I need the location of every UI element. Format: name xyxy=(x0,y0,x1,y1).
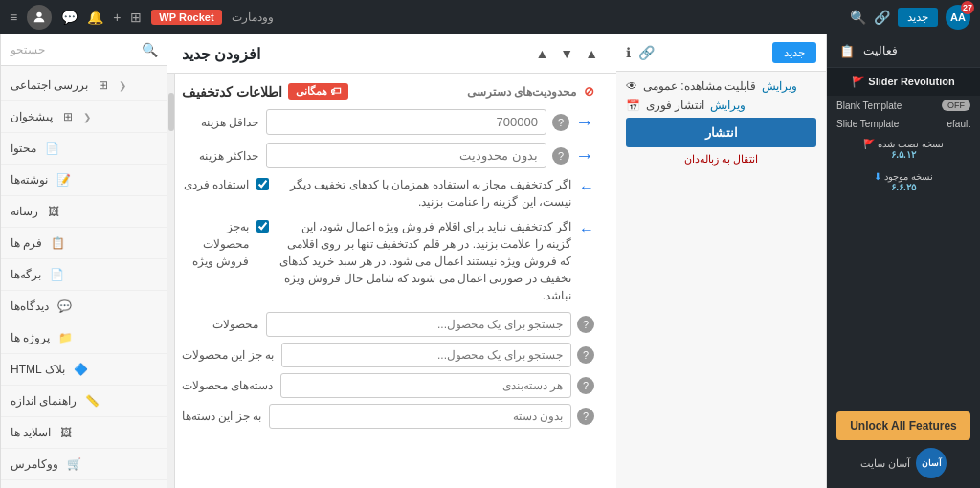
except-categories-input[interactable] xyxy=(269,404,571,429)
asan-logo: آسان xyxy=(916,448,947,478)
eye-icon: 👁 xyxy=(626,79,637,93)
menu-icon[interactable]: ≡ xyxy=(10,10,17,25)
main-header: ▲ ▼ ▲ افزودن جدید xyxy=(167,34,616,74)
move-arrows: ▲ ▼ ▲ xyxy=(531,44,602,63)
admin-bar-right: وودمارت WP Rocket ⊞ + 🔔 💬 ≡ xyxy=(10,5,274,30)
min-cost-input-group: → ? xyxy=(266,109,594,135)
categories-input[interactable] xyxy=(280,373,571,398)
calendar-icon: 📅 xyxy=(626,99,640,112)
right-item-sliders[interactable]: 🖼 اسلاید ها xyxy=(1,417,167,449)
main-layout: فعالیت 📋 Slider Revolution 🚩 OFF Blank T… xyxy=(0,34,980,488)
post-controls-panel: جدید 🔗 ℹ ویرایش قابلیت مشاهده: عمومی 👁 و… xyxy=(616,34,827,488)
toggle-off[interactable]: OFF xyxy=(942,100,970,111)
help-icon-products[interactable]: ? xyxy=(577,316,594,333)
products-row: ? محصولات xyxy=(182,312,594,337)
except-cats-search-group: ? xyxy=(269,404,594,429)
right-item-forms[interactable]: 📋 فرم ها xyxy=(1,228,167,259)
icon-content: 📄 xyxy=(44,141,59,156)
section-badge: 🏷 همگانی xyxy=(288,83,348,100)
quick-publish-edit-link[interactable]: ویرایش xyxy=(710,99,746,112)
exclude-sale-row: ← اگر کدتخفیف نباید برای اقلام فروش ویژه… xyxy=(182,218,594,304)
user-avatar[interactable] xyxy=(27,5,52,30)
max-cost-row: → ? حداکثر هزینه xyxy=(182,143,594,168)
right-item-media[interactable]: 🖼 رسانه xyxy=(1,196,167,228)
visibility-edit-link[interactable]: ویرایش xyxy=(762,79,797,93)
link-icon[interactable]: 🔗 xyxy=(874,10,890,25)
icon-pages: 📄 xyxy=(49,267,64,282)
icon-forms: 📋 xyxy=(50,235,65,251)
max-cost-input[interactable] xyxy=(266,143,546,168)
icon-projects: 📁 xyxy=(57,330,73,345)
search-icon[interactable]: 🔍 xyxy=(850,10,866,25)
dashboard-icon[interactable]: ⊞ xyxy=(130,10,142,25)
limitations-icon: ⊘ xyxy=(584,84,594,99)
move-up2-btn[interactable]: ▲ xyxy=(531,44,552,63)
arrow-indicator-1: → xyxy=(575,111,594,133)
badge-icon: 🏷 xyxy=(330,85,341,97)
individual-use-text: اگر کدتخفیف مجاز به استفاده همزمان با کد… xyxy=(277,176,571,211)
categories-search-group: ? xyxy=(280,373,594,398)
right-item-dashboard[interactable]: ❮ ⊞ پیشخوان xyxy=(1,101,167,133)
help-icon-1[interactable]: ? xyxy=(552,114,569,131)
individual-use-checkbox[interactable] xyxy=(256,178,269,190)
chevron-icon-dash: ❮ xyxy=(83,112,91,122)
installed-version: نسخه نصب شده 🚩 ۶.۵.۱۲ xyxy=(827,133,980,166)
icon-guide: 📏 xyxy=(84,393,100,409)
arrow-indicator-2: → xyxy=(575,144,594,166)
except-products-search-group: ? xyxy=(281,343,594,367)
wp-logo[interactable]: AA 27 xyxy=(946,5,970,30)
scrollbar-track[interactable] xyxy=(167,74,175,488)
move-to-trash[interactable]: انتقال به زباله‌دان xyxy=(626,153,816,166)
icon-sliders: 🖼 xyxy=(58,425,74,440)
admin-bar-left: AA 27 جدید 🔗 🔍 xyxy=(850,5,970,30)
post-controls-header: جدید 🔗 ℹ xyxy=(616,34,826,72)
max-cost-input-group: → ? xyxy=(266,143,594,168)
right-item-notes[interactable]: 📝 نوشته‌ها xyxy=(1,165,167,196)
activity-icon: 📋 xyxy=(838,42,856,59)
right-item-projects[interactable]: 📁 پروژه ها xyxy=(1,322,167,354)
help-icon-cats[interactable]: ? xyxy=(577,377,594,394)
help-icon-except[interactable]: ? xyxy=(577,346,594,364)
help-icon-2[interactable]: ? xyxy=(552,147,569,165)
visibility-row: ویرایش قابلیت مشاهده: عمومی 👁 xyxy=(626,79,816,93)
unlock-features-button[interactable]: Unlock All Features xyxy=(836,411,970,440)
right-item-woofa[interactable]: 🛒 ووکامرس فارسی xyxy=(1,480,167,488)
new-post-button[interactable]: جدید xyxy=(898,8,938,27)
icon-woo: 🛒 xyxy=(66,456,81,472)
new-button[interactable]: جدید xyxy=(772,42,816,63)
move-up-btn[interactable]: ▲ xyxy=(581,44,602,63)
except-categories-row: ? به جز این دسته‌ها xyxy=(182,404,594,429)
main-body: ⊘ محدودیت‌های دسترسی 🏷 همگانی اطلاعات کد… xyxy=(167,74,616,488)
categories-row: ? دسته‌های محصولات xyxy=(182,373,594,398)
wp-updates-badge: 27 xyxy=(961,1,974,14)
products-search-input[interactable] xyxy=(266,312,571,337)
scrollbar-thumb[interactable] xyxy=(168,93,174,131)
right-item-pages[interactable]: 📄 برگه‌ها xyxy=(1,259,167,291)
publish-button[interactable]: انتشار xyxy=(626,118,816,147)
right-item-html[interactable]: 🔷 بلاک HTML xyxy=(1,354,167,386)
right-item-comments[interactable]: 💬 دیدگاه‌ها xyxy=(1,291,167,322)
sidebar-item-activity[interactable]: فعالیت 📋 xyxy=(827,34,980,68)
exclude-sale-checkbox[interactable] xyxy=(256,220,269,233)
discount-section-wrapper: ⊘ محدودیت‌های دسترسی 🏷 همگانی اطلاعات کد… xyxy=(182,83,602,429)
right-item-content[interactable]: 📄 محتوا xyxy=(1,133,167,165)
except-products-input[interactable] xyxy=(281,343,571,367)
link-icon2[interactable]: 🔗 xyxy=(638,45,655,60)
sidebar-search-button[interactable]: 🔍 xyxy=(142,42,158,57)
right-item-guide[interactable]: 📏 راهنمای اندازه xyxy=(1,386,167,417)
arrow-indicator-3: ← xyxy=(579,176,594,199)
add-icon[interactable]: + xyxy=(113,10,121,25)
comments-icon[interactable]: 💬 xyxy=(61,10,78,25)
icon-dashboard: ⊞ xyxy=(60,109,76,124)
help-icon-except-cats[interactable]: ? xyxy=(577,408,594,425)
products-search-group: ? xyxy=(266,312,594,337)
move-down-btn[interactable]: ▼ xyxy=(556,44,577,63)
min-cost-input[interactable] xyxy=(266,109,546,135)
slider-revolution-title: Slider Revolution 🚩 xyxy=(827,68,980,96)
right-item-woo[interactable]: 🛒 ووکامرس xyxy=(1,449,167,480)
right-item-social[interactable]: ❮ ⊞ بررسی اجتماعی xyxy=(1,70,167,101)
icon-comments: 💬 xyxy=(56,299,72,314)
wp-rocket-badge[interactable]: WP Rocket xyxy=(151,10,221,25)
notifications-icon[interactable]: 🔔 xyxy=(87,10,103,25)
info-icon[interactable]: ℹ xyxy=(626,45,631,60)
